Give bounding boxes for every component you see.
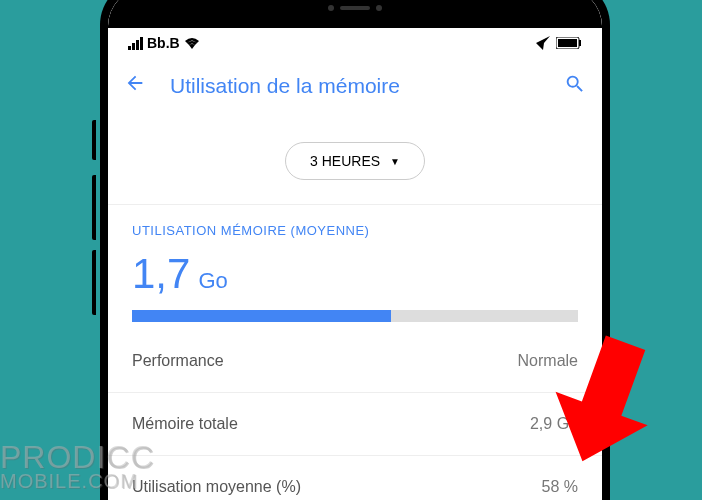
signal-icon [128, 37, 143, 50]
back-button[interactable] [124, 72, 146, 100]
notch [108, 0, 602, 28]
page-title: Utilisation de la mémoire [170, 74, 540, 98]
chevron-down-icon: ▼ [390, 156, 400, 167]
row-avg-usage[interactable]: Utilisation moyenne (%) 58 % [132, 464, 578, 500]
memory-progress-bar [132, 310, 578, 322]
battery-icon [556, 37, 582, 49]
carrier-label: Bb.B [147, 35, 180, 51]
row-label: Performance [132, 352, 224, 370]
divider [108, 204, 602, 205]
row-label: Mémoire totale [132, 415, 238, 433]
dropdown-selected: 3 HEURES [310, 153, 380, 169]
row-performance[interactable]: Performance Normale [132, 338, 578, 384]
memory-number: 1,7 [132, 250, 190, 298]
time-range-dropdown[interactable]: 3 HEURES ▼ [285, 142, 425, 180]
memory-unit: Go [198, 268, 227, 294]
progress-fill [132, 310, 391, 322]
app-bar: Utilisation de la mémoire [108, 58, 602, 114]
row-total-memory[interactable]: Mémoire totale 2,9 Go [132, 401, 578, 447]
svg-rect-2 [579, 40, 581, 46]
divider [108, 392, 602, 393]
location-icon [536, 36, 550, 50]
divider [108, 455, 602, 456]
watermark: PRODICC MOBILE.COM [0, 443, 155, 490]
watermark-line2: MOBILE.COM [0, 472, 155, 490]
wifi-icon [184, 37, 200, 49]
arrow-left-icon [124, 72, 146, 94]
memory-usage-value: 1,7 Go [132, 250, 578, 298]
svg-rect-1 [558, 39, 577, 47]
search-icon [564, 73, 586, 95]
row-label: Utilisation moyenne (%) [132, 478, 301, 496]
row-value: 58 % [542, 478, 578, 496]
section-label: UTILISATION MÉMOIRE (MOYENNE) [132, 223, 578, 238]
status-bar: Bb.B [108, 28, 602, 58]
search-button[interactable] [564, 73, 586, 99]
